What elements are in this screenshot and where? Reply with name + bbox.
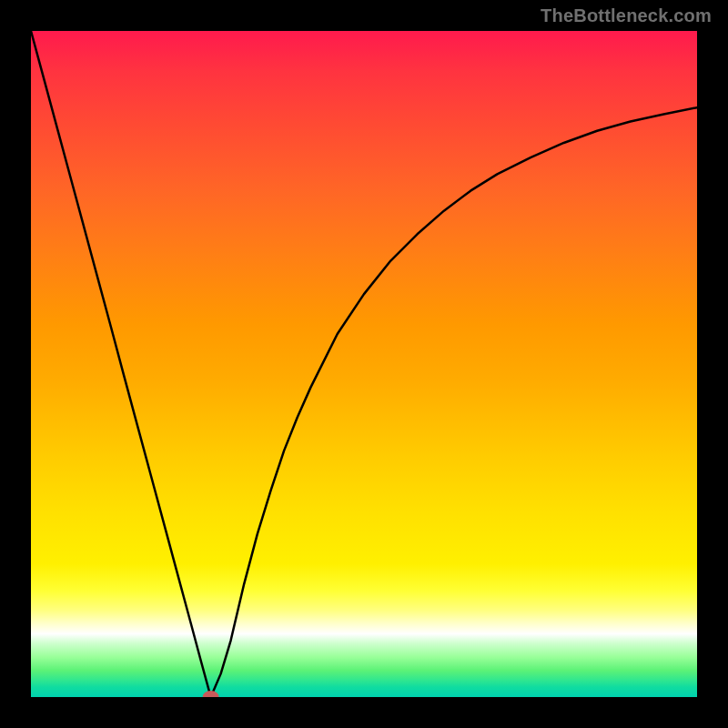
chart-frame: TheBottleneck.com [0, 0, 728, 728]
bottleneck-curve [31, 31, 697, 697]
curve-minimum-marker [203, 691, 219, 697]
curve-layer [31, 31, 697, 697]
watermark-text: TheBottleneck.com [541, 5, 712, 26]
plot-area [31, 31, 697, 697]
